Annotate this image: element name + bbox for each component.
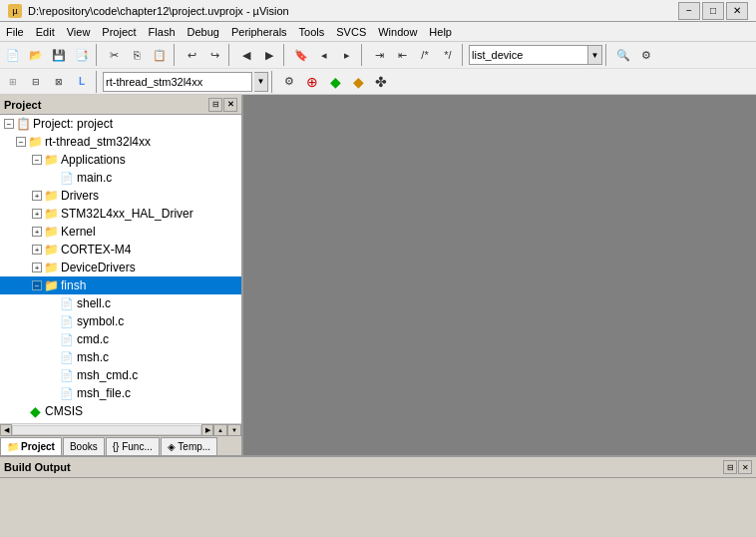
build-output-title: Build Output (4, 461, 71, 473)
toolbar-sep-2 (174, 44, 178, 66)
tree-item-applications[interactable]: − 📁 Applications (0, 151, 241, 169)
build-button[interactable]: ⊞ (2, 71, 24, 93)
tree-item-finsh[interactable]: − 📁 finsh (0, 276, 241, 294)
paste-button[interactable]: 📋 (149, 44, 171, 66)
vscroll-down[interactable]: ▼ (227, 424, 241, 436)
target-combo-dropdown[interactable]: ▼ (254, 72, 268, 92)
tree-item-msh-file-c[interactable]: 📄 msh_file.c (0, 384, 241, 402)
expander-applications[interactable]: − (32, 155, 42, 165)
build-output-pin[interactable]: ⊟ (723, 460, 737, 474)
expander-project-root[interactable]: − (4, 119, 14, 129)
label-cmd-c: cmd.c (77, 332, 109, 346)
rebuild-button[interactable]: ⊟ (25, 71, 47, 93)
unindent-button[interactable]: ⇤ (391, 44, 413, 66)
comment-button[interactable]: /* (414, 44, 436, 66)
bookmark-button[interactable]: 🔖 (290, 44, 312, 66)
panel-pin-button[interactable]: ⊟ (208, 98, 222, 112)
tab-funcs[interactable]: {} Func... (106, 437, 160, 455)
tree-item-stm32l4xx[interactable]: + 📁 STM32L4xx_HAL_Driver (0, 205, 241, 223)
tree-item-shell-c[interactable]: 📄 shell.c (0, 294, 241, 312)
panel-close-button[interactable]: ✕ (223, 98, 237, 112)
tree-item-msh-c[interactable]: 📄 msh.c (0, 348, 241, 366)
expander-drivers[interactable]: + (32, 191, 42, 201)
menubar-item-file[interactable]: File (0, 22, 30, 41)
options2-button[interactable]: ⚙ (278, 71, 300, 93)
tree-item-msh-cmd-c[interactable]: 📄 msh_cmd.c (0, 366, 241, 384)
close-button[interactable]: ✕ (726, 2, 748, 20)
toolbar-sep-3 (228, 44, 232, 66)
tab-temp[interactable]: ◈ Temp... (161, 437, 217, 455)
minimize-button[interactable]: − (678, 2, 700, 20)
hscroll-left[interactable]: ◀ (0, 424, 12, 436)
build-output-close[interactable]: ✕ (738, 460, 752, 474)
tree-item-cmsis[interactable]: ◆ CMSIS (0, 402, 241, 420)
tree-item-kernel[interactable]: + 📁 Kernel (0, 223, 241, 241)
label-symbol-c: symbol.c (77, 314, 124, 328)
save-button[interactable]: 💾 (48, 44, 70, 66)
batch-build-button[interactable]: ⊠ (48, 71, 70, 93)
debug-button[interactable]: ◆ (347, 71, 369, 93)
menubar-item-tools[interactable]: Tools (293, 22, 331, 41)
main-c-icon: 📄 (60, 171, 74, 185)
prev-bookmark-button[interactable]: ◂ (313, 44, 335, 66)
undo-button[interactable]: ↩ (181, 44, 202, 66)
tree-item-project-root[interactable]: − 📋 Project: project (0, 115, 241, 133)
msh-c-icon: 📄 (60, 350, 74, 364)
project-panel: Project ⊟ ✕ − 📋 Project: project − 📁 rt-… (0, 95, 243, 455)
tree-item-drivers[interactable]: + 📁 Drivers (0, 187, 241, 205)
load-button[interactable]: L (71, 71, 93, 93)
expander-finsh[interactable]: − (32, 280, 42, 290)
msh-file-c-icon: 📄 (60, 386, 74, 400)
indent-button[interactable]: ⇥ (368, 44, 390, 66)
inspect-button[interactable]: 🔍 (612, 44, 634, 66)
menubar-item-view[interactable]: View (61, 22, 97, 41)
expander-cortex-m4[interactable]: + (32, 245, 42, 255)
menubar-item-svcs[interactable]: SVCS (330, 22, 372, 41)
menubar-item-window[interactable]: Window (372, 22, 423, 41)
menubar-item-flash[interactable]: Flash (143, 22, 182, 41)
cut-button[interactable]: ✂ (103, 44, 125, 66)
uncomment-button[interactable]: */ (437, 44, 459, 66)
menubar-item-edit[interactable]: Edit (30, 22, 61, 41)
device-combo[interactable] (469, 45, 588, 65)
vscroll-up[interactable]: ▲ (213, 424, 227, 436)
nav-back-button[interactable]: ◀ (235, 44, 257, 66)
toolbar-row-2: ⊞ ⊟ ⊠ L ▼ ⚙ ⊕ ◆ ◆ ✤ (0, 68, 756, 94)
label-cortex-m4: CORTEX-M4 (61, 243, 131, 257)
nav-forward-button[interactable]: ▶ (258, 44, 280, 66)
expander-rt-thread[interactable]: − (16, 137, 26, 147)
next-bookmark-button[interactable]: ▸ (336, 44, 358, 66)
expander-stm32l4xx[interactable]: + (32, 209, 42, 219)
run-button[interactable]: ◆ (324, 71, 346, 93)
expander-kernel[interactable]: + (32, 227, 42, 237)
tab-books[interactable]: Books (63, 437, 105, 455)
copy-button[interactable]: ⎘ (126, 44, 148, 66)
target-combo[interactable] (103, 72, 252, 92)
tree-item-cortex-m4[interactable]: + 📁 CORTEX-M4 (0, 241, 241, 259)
tree-item-rt-thread[interactable]: − 📁 rt-thread_stm32l4xx (0, 133, 241, 151)
save-all-button[interactable]: 📑 (71, 44, 93, 66)
menubar-item-project[interactable]: Project (96, 22, 142, 41)
maximize-button[interactable]: □ (702, 2, 724, 20)
tree-item-cmd-c[interactable]: 📄 cmd.c (0, 330, 241, 348)
open-button[interactable]: 📂 (25, 44, 47, 66)
tab-project[interactable]: 📁 Project (0, 437, 62, 455)
tree-area[interactable]: − 📋 Project: project − 📁 rt-thread_stm32… (0, 115, 241, 423)
menubar-item-debug[interactable]: Debug (182, 22, 225, 41)
manage-button[interactable]: ⊕ (301, 71, 323, 93)
tree-item-device-drivers[interactable]: + 📁 DeviceDrivers (0, 259, 241, 276)
hscroll-right[interactable]: ▶ (201, 424, 213, 436)
menubar-item-peripherals[interactable]: Peripherals (225, 22, 293, 41)
new-file-button[interactable]: 📄 (2, 44, 24, 66)
settings-button[interactable]: ✤ (370, 71, 392, 93)
toolbar-sep-1 (96, 44, 100, 66)
device-combo-dropdown[interactable]: ▼ (588, 45, 602, 65)
options-button[interactable]: ⚙ (635, 44, 657, 66)
tree-item-main-c[interactable]: 📄 main.c (0, 169, 241, 187)
device-combo-area: ▼ (469, 45, 602, 65)
tree-item-symbol-c[interactable]: 📄 symbol.c (0, 312, 241, 330)
redo-button[interactable]: ↪ (203, 44, 225, 66)
hscroll-track[interactable] (12, 425, 201, 435)
expander-device-drivers[interactable]: + (32, 263, 42, 272)
menubar-item-help[interactable]: Help (423, 22, 458, 41)
